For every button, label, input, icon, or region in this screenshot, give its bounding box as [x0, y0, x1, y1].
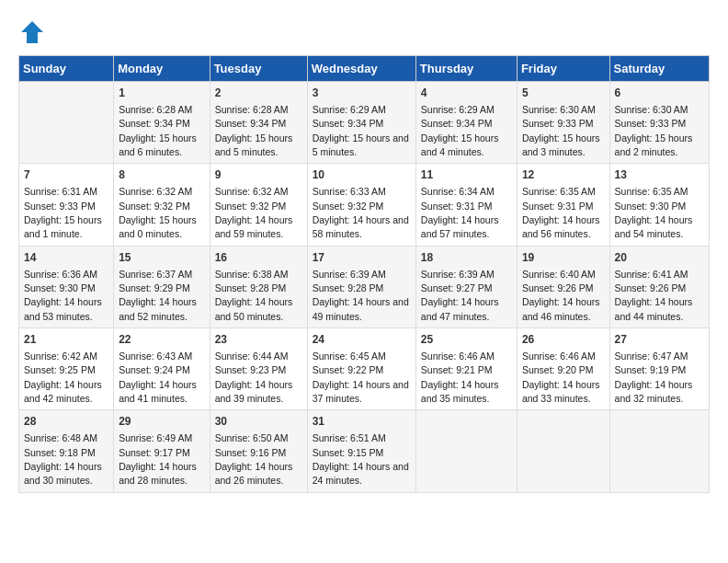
- logo: [18, 18, 50, 46]
- sunrise-text: Sunrise: 6:40 AM: [522, 269, 596, 280]
- day-number: 16: [215, 250, 302, 266]
- sunrise-text: Sunrise: 6:39 AM: [313, 269, 386, 280]
- day-cell: 20Sunrise: 6:41 AMSunset: 9:26 PMDayligh…: [609, 246, 709, 327]
- calendar-header: SundayMondayTuesdayWednesdayThursdayFrid…: [19, 56, 710, 82]
- logo-icon: [18, 18, 46, 46]
- daylight-text: Daylight: 14 hours and 35 minutes.: [421, 379, 499, 404]
- day-cell: 14Sunrise: 6:36 AMSunset: 9:30 PMDayligh…: [19, 246, 114, 327]
- sunrise-text: Sunrise: 6:44 AM: [215, 350, 289, 362]
- svg-marker-0: [21, 21, 43, 43]
- sunset-text: Sunset: 9:28 PM: [215, 282, 287, 293]
- sunset-text: Sunset: 9:23 PM: [215, 364, 287, 375]
- sunset-text: Sunset: 9:30 PM: [615, 201, 687, 212]
- day-cell: 24Sunrise: 6:45 AMSunset: 9:22 PMDayligh…: [307, 328, 415, 410]
- sunset-text: Sunset: 9:16 PM: [215, 447, 287, 458]
- sunset-text: Sunset: 9:15 PM: [313, 447, 384, 458]
- sunset-text: Sunset: 9:34 PM: [119, 118, 190, 129]
- day-cell: 7Sunrise: 6:31 AMSunset: 9:33 PMDaylight…: [19, 164, 114, 246]
- sunset-text: Sunset: 9:33 PM: [615, 118, 687, 129]
- sunrise-text: Sunrise: 6:51 AM: [313, 432, 386, 443]
- daylight-text: Daylight: 14 hours and 52 minutes.: [119, 296, 197, 321]
- sunset-text: Sunset: 9:29 PM: [119, 282, 190, 293]
- daylight-text: Daylight: 14 hours and 47 minutes.: [421, 296, 499, 321]
- daylight-text: Daylight: 14 hours and 58 minutes.: [313, 214, 409, 239]
- page-header: [18, 18, 710, 46]
- sunset-text: Sunset: 9:30 PM: [24, 282, 96, 293]
- daylight-text: Daylight: 14 hours and 49 minutes.: [313, 296, 409, 321]
- day-number: 22: [119, 332, 204, 348]
- daylight-text: Daylight: 15 hours and 2 minutes.: [615, 132, 693, 157]
- col-header-wednesday: Wednesday: [307, 56, 415, 82]
- day-number: 2: [215, 86, 302, 101]
- week-row-1: 1Sunrise: 6:28 AMSunset: 9:34 PMDaylight…: [19, 82, 710, 164]
- sunrise-text: Sunrise: 6:30 AM: [522, 104, 596, 115]
- daylight-text: Daylight: 14 hours and 41 minutes.: [119, 379, 197, 404]
- sunrise-text: Sunrise: 6:28 AM: [215, 104, 289, 115]
- daylight-text: Daylight: 14 hours and 59 minutes.: [215, 214, 293, 239]
- day-cell: 16Sunrise: 6:38 AMSunset: 9:28 PMDayligh…: [210, 246, 307, 327]
- day-number: 12: [522, 167, 605, 183]
- day-number: 23: [215, 332, 302, 348]
- day-number: 27: [615, 332, 704, 348]
- day-cell: 25Sunrise: 6:46 AMSunset: 9:21 PMDayligh…: [415, 328, 517, 410]
- sunset-text: Sunset: 9:25 PM: [24, 364, 96, 375]
- daylight-text: Daylight: 14 hours and 42 minutes.: [24, 379, 102, 404]
- sunset-text: Sunset: 9:22 PM: [313, 364, 384, 375]
- daylight-text: Daylight: 14 hours and 33 minutes.: [522, 379, 600, 404]
- day-number: 3: [313, 86, 411, 101]
- day-cell: 3Sunrise: 6:29 AMSunset: 9:34 PMDaylight…: [307, 82, 415, 164]
- day-cell: 9Sunrise: 6:32 AMSunset: 9:32 PMDaylight…: [210, 164, 307, 246]
- day-number: 6: [615, 86, 704, 101]
- day-number: 19: [522, 250, 605, 266]
- day-cell: 6Sunrise: 6:30 AMSunset: 9:33 PMDaylight…: [609, 82, 709, 164]
- day-cell: 10Sunrise: 6:33 AMSunset: 9:32 PMDayligh…: [307, 164, 415, 246]
- sunset-text: Sunset: 9:34 PM: [313, 118, 384, 129]
- day-cell: 12Sunrise: 6:35 AMSunset: 9:31 PMDayligh…: [517, 164, 609, 246]
- day-number: 9: [215, 167, 302, 183]
- col-header-friday: Friday: [517, 56, 609, 82]
- daylight-text: Daylight: 14 hours and 44 minutes.: [615, 296, 693, 321]
- day-number: 25: [421, 332, 512, 348]
- day-cell: 5Sunrise: 6:30 AMSunset: 9:33 PMDaylight…: [517, 82, 609, 164]
- col-header-tuesday: Tuesday: [210, 56, 307, 82]
- sunrise-text: Sunrise: 6:46 AM: [522, 350, 596, 362]
- day-cell: 2Sunrise: 6:28 AMSunset: 9:34 PMDaylight…: [210, 82, 307, 164]
- day-number: 5: [522, 86, 605, 101]
- day-number: 26: [522, 332, 605, 348]
- week-row-3: 14Sunrise: 6:36 AMSunset: 9:30 PMDayligh…: [19, 246, 710, 327]
- sunset-text: Sunset: 9:27 PM: [421, 282, 493, 293]
- day-cell: 29Sunrise: 6:49 AMSunset: 9:17 PMDayligh…: [114, 410, 210, 492]
- daylight-text: Daylight: 15 hours and 5 minutes.: [215, 132, 293, 157]
- day-number: 13: [615, 167, 704, 183]
- sunset-text: Sunset: 9:32 PM: [313, 201, 384, 212]
- sunrise-text: Sunrise: 6:29 AM: [421, 104, 495, 115]
- sunrise-text: Sunrise: 6:35 AM: [522, 186, 596, 197]
- day-cell: 17Sunrise: 6:39 AMSunset: 9:28 PMDayligh…: [307, 246, 415, 327]
- sunrise-text: Sunrise: 6:32 AM: [119, 186, 192, 197]
- day-cell: [609, 410, 709, 492]
- day-number: 14: [24, 250, 108, 266]
- sunrise-text: Sunrise: 6:43 AM: [119, 350, 192, 362]
- day-cell: [415, 410, 517, 492]
- day-number: 18: [421, 250, 512, 266]
- sunrise-text: Sunrise: 6:29 AM: [313, 104, 386, 115]
- sunset-text: Sunset: 9:26 PM: [615, 282, 687, 293]
- day-cell: 31Sunrise: 6:51 AMSunset: 9:15 PMDayligh…: [307, 410, 415, 492]
- sunrise-text: Sunrise: 6:48 AM: [24, 432, 97, 443]
- daylight-text: Daylight: 15 hours and 6 minutes.: [119, 132, 197, 157]
- sunrise-text: Sunrise: 6:35 AM: [615, 186, 688, 197]
- daylight-text: Daylight: 14 hours and 56 minutes.: [522, 214, 600, 239]
- sunrise-text: Sunrise: 6:31 AM: [24, 186, 97, 197]
- sunset-text: Sunset: 9:26 PM: [522, 282, 594, 293]
- sunrise-text: Sunrise: 6:42 AM: [24, 350, 97, 362]
- day-cell: 4Sunrise: 6:29 AMSunset: 9:34 PMDaylight…: [415, 82, 517, 164]
- sunset-text: Sunset: 9:31 PM: [522, 201, 594, 212]
- week-row-2: 7Sunrise: 6:31 AMSunset: 9:33 PMDaylight…: [19, 164, 710, 246]
- sunrise-text: Sunrise: 6:32 AM: [215, 186, 289, 197]
- day-number: 21: [24, 332, 108, 348]
- sunset-text: Sunset: 9:32 PM: [215, 201, 287, 212]
- sunset-text: Sunset: 9:33 PM: [24, 201, 96, 212]
- day-cell: [19, 82, 114, 164]
- col-header-saturday: Saturday: [609, 56, 709, 82]
- sunset-text: Sunset: 9:18 PM: [24, 447, 96, 458]
